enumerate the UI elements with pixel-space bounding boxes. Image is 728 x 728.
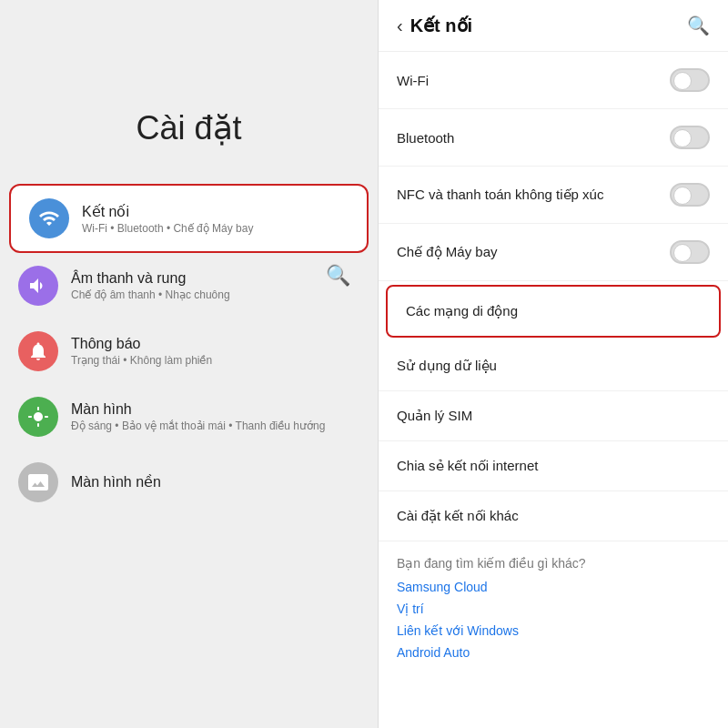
settings-list: Kết nối Wi-Fi • Bluetooth • Chế độ Máy b…: [0, 184, 378, 515]
bluetooth-label: Bluetooth: [397, 130, 454, 146]
right-search-icon[interactable]: 🔍: [687, 15, 710, 36]
ket-noi-title: Kết nối: [82, 203, 253, 220]
am-thanh-text: Âm thanh và rung Chế độ âm thanh • Nhạc …: [71, 270, 230, 301]
display-icon: [18, 397, 58, 437]
man-hinh-nen-title: Màn hình nền: [71, 473, 161, 490]
back-button[interactable]: ‹: [397, 15, 403, 36]
man-hinh-title: Màn hình: [71, 401, 325, 418]
suggestion-section: Bạn đang tìm kiếm điều gì khác? Samsung …: [379, 541, 728, 674]
cac-mang-label: Các mạng di động: [406, 303, 518, 319]
wifi-icon: [29, 198, 69, 238]
sound-icon: [18, 266, 58, 306]
su-dung-label: Sử dụng dữ liệu: [397, 358, 497, 373]
thong-bao-text: Thông báo Trạng thái • Không làm phiền: [71, 336, 212, 367]
thong-bao-subtitle: Trạng thái • Không làm phiền: [71, 354, 212, 367]
sidebar-item-ket-noi[interactable]: Kết nối Wi-Fi • Bluetooth • Chế độ Máy b…: [9, 184, 369, 253]
man-hinh-text: Màn hình Độ sáng • Bảo vệ mắt thoải mái …: [71, 401, 325, 432]
suggestion-lien-ket-windows[interactable]: Liên kết với Windows: [397, 623, 710, 638]
wifi-toggle[interactable]: [670, 68, 710, 92]
ket-noi-subtitle: Wi-Fi • Bluetooth • Chế độ Máy bay: [82, 222, 253, 235]
sidebar-item-am-thanh[interactable]: Âm thanh và rung Chế độ âm thanh • Nhạc …: [0, 253, 378, 318]
header-left: ‹ Kết nối: [397, 15, 472, 36]
menu-item-cac-mang-di-dong[interactable]: Các mạng di động: [386, 285, 721, 338]
sidebar-item-man-hinh-nen[interactable]: Màn hình nền: [0, 450, 378, 515]
sidebar-item-thong-bao[interactable]: Thông báo Trạng thái • Không làm phiền: [0, 318, 378, 384]
notif-icon: [18, 331, 58, 371]
sidebar-item-man-hinh[interactable]: Màn hình Độ sáng • Bảo vệ mắt thoải mái …: [0, 384, 378, 450]
menu-item-cai-dat-khac[interactable]: Cài đặt kết nối khác: [379, 491, 728, 541]
may-bay-toggle[interactable]: [670, 240, 710, 264]
left-panel: Cài đặt 🔍 Kết nối Wi-Fi • Bluetooth • Ch…: [0, 0, 378, 728]
cai-dat-khac-label: Cài đặt kết nối khác: [397, 508, 519, 523]
man-hinh-subtitle: Độ sáng • Bảo vệ mắt thoải mái • Thanh đ…: [71, 420, 325, 432]
menu-item-nfc[interactable]: NFC và thanh toán không tiếp xúc: [379, 167, 728, 224]
settings-title: Cài đặt: [0, 109, 378, 147]
right-panel: ‹ Kết nối 🔍 Wi-Fi Bluetooth NFC và thanh…: [378, 0, 728, 728]
suggestion-samsung-cloud[interactable]: Samsung Cloud: [397, 580, 710, 594]
right-header-title: Kết nối: [410, 15, 472, 36]
chia-se-label: Chia sẻ kết nối internet: [397, 458, 538, 473]
menu-item-su-dung-du-lieu[interactable]: Sử dụng dữ liệu: [379, 341, 728, 391]
suggestion-android-auto[interactable]: Android Auto: [397, 645, 710, 660]
am-thanh-subtitle: Chế độ âm thanh • Nhạc chuông: [71, 288, 230, 301]
wifi-label: Wi-Fi: [397, 73, 429, 88]
may-bay-label: Chế độ Máy bay: [397, 244, 498, 260]
menu-item-may-bay[interactable]: Chế độ Máy bay: [379, 224, 728, 281]
search-icon-left[interactable]: 🔍: [326, 264, 350, 288]
man-hinh-nen-text: Màn hình nền: [71, 473, 161, 492]
suggestion-title: Bạn đang tìm kiếm điều gì khác?: [397, 556, 710, 571]
wallpaper-icon: [18, 462, 58, 502]
am-thanh-title: Âm thanh và rung: [71, 270, 230, 287]
menu-item-chia-se[interactable]: Chia sẻ kết nối internet: [379, 441, 728, 491]
quan-ly-label: Quản lý SIM: [397, 408, 472, 423]
menu-item-wifi[interactable]: Wi-Fi: [379, 52, 728, 109]
thong-bao-title: Thông báo: [71, 336, 212, 352]
nfc-label: NFC và thanh toán không tiếp xúc: [397, 187, 603, 203]
right-header: ‹ Kết nối 🔍: [379, 0, 728, 52]
bluetooth-toggle[interactable]: [670, 126, 710, 149]
ket-noi-text: Kết nối Wi-Fi • Bluetooth • Chế độ Máy b…: [82, 203, 253, 235]
suggestion-vi-tri[interactable]: Vị trí: [397, 602, 710, 616]
menu-item-bluetooth[interactable]: Bluetooth: [379, 109, 728, 167]
nfc-toggle[interactable]: [670, 183, 710, 207]
menu-item-quan-ly-sim[interactable]: Quản lý SIM: [379, 391, 728, 441]
